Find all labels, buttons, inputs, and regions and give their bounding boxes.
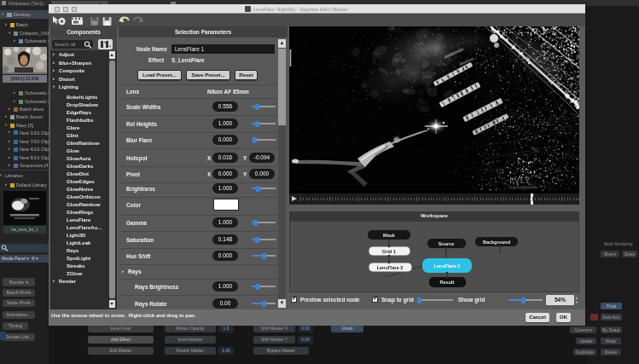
svg-text:LVLY: LVLY xyxy=(509,176,531,185)
svg-text:Result: Result xyxy=(440,280,455,285)
svg-text:Background: Background xyxy=(483,240,510,245)
svg-text:Source: Source xyxy=(439,241,455,246)
svg-text:LensFlare 2: LensFlare 2 xyxy=(377,265,404,270)
svg-text:LensFlare 1: LensFlare 1 xyxy=(434,263,461,269)
svg-text:Grid 1: Grid 1 xyxy=(382,249,396,254)
svg-text:Mask: Mask xyxy=(383,233,396,238)
